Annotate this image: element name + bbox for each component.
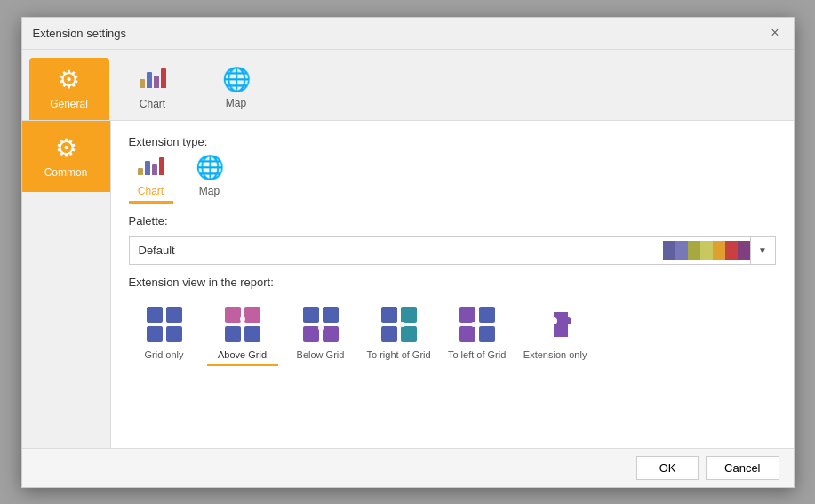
svg-rect-5 xyxy=(244,307,260,323)
swatch-5 xyxy=(713,241,725,260)
chart-tab-icon xyxy=(140,65,166,94)
common-gear-icon: ⚙ xyxy=(55,133,77,163)
sidebar-item-common[interactable]: ⚙ Common xyxy=(22,121,110,192)
palette-section: Palette: Default ▼ xyxy=(129,214,776,265)
map-type-icon: 🌐 xyxy=(196,154,224,181)
view-below-grid[interactable]: Below Grid xyxy=(285,301,356,366)
gear-icon: ⚙ xyxy=(58,65,80,94)
svg-rect-15 xyxy=(401,307,417,323)
svg-rect-4 xyxy=(225,307,241,323)
tab-general[interactable]: ⚙ General xyxy=(29,58,109,120)
tab-map-label: Map xyxy=(226,97,246,109)
svg-point-23 xyxy=(471,322,476,327)
view-above-grid[interactable]: Above Grid xyxy=(207,301,278,366)
ok-button[interactable]: OK xyxy=(636,456,699,480)
svg-rect-19 xyxy=(459,307,475,323)
view-right-grid[interactable]: To right of Grid xyxy=(364,301,435,366)
extension-type-section: Extension type: Chart xyxy=(129,135,776,204)
svg-point-8 xyxy=(240,316,245,322)
title-bar: Extension settings × xyxy=(22,18,794,50)
palette-dropdown[interactable]: Default ▼ xyxy=(129,236,776,265)
below-grid-icon xyxy=(301,305,340,344)
view-left-grid-label: To left of Grid xyxy=(448,349,506,360)
svg-rect-16 xyxy=(381,326,397,342)
view-section: Extension view in the report: Grid only xyxy=(129,276,776,366)
cancel-button[interactable]: Cancel xyxy=(706,456,779,480)
grid-only-icon xyxy=(145,305,184,344)
svg-rect-21 xyxy=(459,326,475,342)
dialog-body: ⚙ Common Extension type: xyxy=(22,121,794,448)
ext-only-icon xyxy=(536,305,575,344)
svg-rect-20 xyxy=(479,307,495,323)
globe-icon: 🌐 xyxy=(222,66,251,93)
svg-rect-9 xyxy=(303,307,319,323)
right-grid-icon xyxy=(380,305,419,344)
ext-type-row: Chart 🌐 Map xyxy=(129,152,776,204)
sidebar: ⚙ Common xyxy=(22,121,111,448)
dialog-footer: OK Cancel xyxy=(22,448,794,487)
dialog-title: Extension settings xyxy=(33,27,127,40)
swatch-4 xyxy=(700,241,713,260)
view-right-grid-label: To right of Grid xyxy=(367,349,431,360)
view-ext-only-label: Extension only xyxy=(523,349,587,360)
svg-rect-12 xyxy=(323,326,339,342)
view-label: Extension view in the report: xyxy=(129,276,776,289)
tab-general-label: General xyxy=(50,98,88,110)
swatch-6 xyxy=(725,241,738,260)
swatch-2 xyxy=(675,241,688,260)
svg-rect-17 xyxy=(401,326,417,342)
view-options: Grid only xyxy=(129,301,776,366)
close-button[interactable]: × xyxy=(767,24,782,42)
left-grid-icon xyxy=(458,305,497,344)
map-type-label: Map xyxy=(199,185,220,197)
svg-rect-7 xyxy=(244,326,260,342)
svg-point-18 xyxy=(400,322,405,327)
palette-dropdown-arrow[interactable]: ▼ xyxy=(750,237,775,264)
svg-rect-2 xyxy=(147,326,163,342)
tab-chart[interactable]: Chart xyxy=(113,58,193,120)
svg-rect-0 xyxy=(147,307,163,323)
swatch-7 xyxy=(738,241,750,260)
tab-bar: ⚙ General Chart 🌐 Map xyxy=(22,50,794,121)
svg-rect-22 xyxy=(479,326,495,342)
tab-chart-label: Chart xyxy=(140,98,165,110)
swatch-3 xyxy=(688,241,700,260)
svg-rect-6 xyxy=(225,326,241,342)
ext-type-map[interactable]: 🌐 Map xyxy=(188,154,232,204)
palette-label: Palette: xyxy=(129,214,776,228)
view-grid-only[interactable]: Grid only xyxy=(129,301,200,366)
view-below-grid-label: Below Grid xyxy=(297,349,345,360)
chart-type-label: Chart xyxy=(138,185,164,197)
svg-rect-3 xyxy=(166,326,182,342)
view-ext-only[interactable]: Extension only xyxy=(520,301,591,366)
view-above-grid-label: Above Grid xyxy=(218,349,267,360)
ext-type-chart[interactable]: Chart xyxy=(129,152,173,204)
tab-map[interactable]: 🌐 Map xyxy=(196,58,276,120)
svg-rect-14 xyxy=(381,307,397,323)
svg-point-13 xyxy=(318,325,324,331)
svg-rect-1 xyxy=(166,307,182,323)
extension-type-label: Extension type: xyxy=(129,135,776,148)
sidebar-common-label: Common xyxy=(44,166,88,179)
svg-rect-11 xyxy=(303,326,319,342)
content-area: Extension type: Chart xyxy=(111,121,794,448)
svg-rect-10 xyxy=(323,307,339,323)
palette-value: Default xyxy=(130,244,663,257)
extension-settings-dialog: Extension settings × ⚙ General Chart 🌐 xyxy=(21,17,795,488)
chart-type-icon xyxy=(138,152,164,181)
swatch-1 xyxy=(663,241,675,260)
palette-colors xyxy=(663,237,750,264)
view-left-grid[interactable]: To left of Grid xyxy=(442,301,513,366)
view-grid-only-label: Grid only xyxy=(144,349,183,360)
above-grid-icon xyxy=(223,305,262,344)
